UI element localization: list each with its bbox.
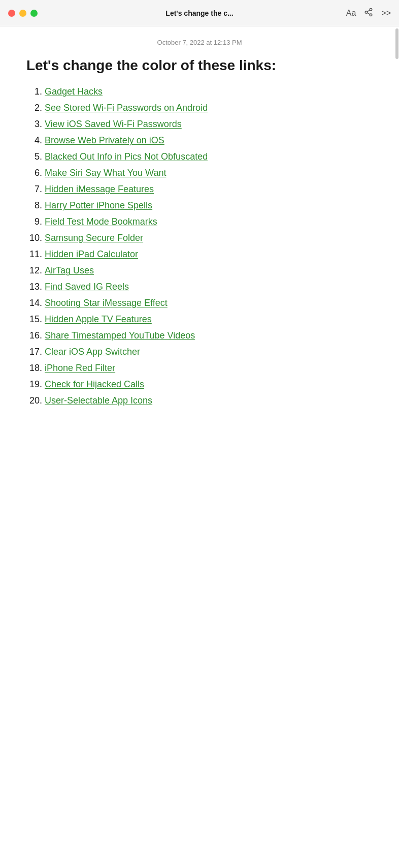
list-item: Shooting Star iMessage Effect bbox=[45, 298, 373, 307]
link-item-7[interactable]: Hidden iMessage Features bbox=[45, 184, 154, 194]
maximize-button[interactable] bbox=[30, 10, 38, 17]
link-item-14[interactable]: Shooting Star iMessage Effect bbox=[45, 298, 168, 308]
link-item-1[interactable]: Gadget Hacks bbox=[45, 86, 103, 97]
list-item: Clear iOS App Switcher bbox=[45, 347, 373, 356]
list-item: See Stored Wi-Fi Passwords on Android bbox=[45, 103, 373, 112]
list-item: Gadget Hacks bbox=[45, 87, 373, 96]
list-item: Browse Web Privately on iOS bbox=[45, 136, 373, 145]
list-item: Blacked Out Info in Pics Not Obfuscated bbox=[45, 152, 373, 161]
link-item-13[interactable]: Find Saved IG Reels bbox=[45, 282, 129, 292]
list-item: Field Test Mode Bookmarks bbox=[45, 217, 373, 226]
link-item-8[interactable]: Harry Potter iPhone Spells bbox=[45, 200, 152, 210]
svg-line-3 bbox=[368, 13, 370, 14]
list-item: View iOS Saved Wi-Fi Passwords bbox=[45, 119, 373, 129]
share-icon[interactable] bbox=[364, 8, 373, 19]
link-item-11[interactable]: Hidden iPad Calculator bbox=[45, 249, 138, 259]
page-title: Let's change the color of these links: bbox=[26, 56, 373, 75]
list-item: User-Selectable App Icons bbox=[45, 396, 373, 405]
link-item-19[interactable]: Check for Hijacked Calls bbox=[45, 379, 144, 389]
link-item-3[interactable]: View iOS Saved Wi-Fi Passwords bbox=[45, 119, 182, 129]
list-item: Hidden iPad Calculator bbox=[45, 250, 373, 259]
list-item: Find Saved IG Reels bbox=[45, 282, 373, 291]
window-title: Let's change the c... bbox=[165, 9, 233, 17]
link-item-4[interactable]: Browse Web Privately on iOS bbox=[45, 135, 164, 145]
list-item: Hidden Apple TV Features bbox=[45, 315, 373, 324]
list-item: Harry Potter iPhone Spells bbox=[45, 201, 373, 210]
close-button[interactable] bbox=[8, 10, 15, 17]
font-icon[interactable]: Aa bbox=[346, 9, 356, 18]
list-item: Share Timestamped YouTube Videos bbox=[45, 331, 373, 340]
list-item: iPhone Red Filter bbox=[45, 363, 373, 373]
link-list: Gadget HacksSee Stored Wi-Fi Passwords o… bbox=[26, 87, 373, 405]
link-item-9[interactable]: Field Test Mode Bookmarks bbox=[45, 216, 157, 227]
link-item-16[interactable]: Share Timestamped YouTube Videos bbox=[45, 330, 195, 340]
list-item: AirTag Uses bbox=[45, 266, 373, 275]
traffic-lights bbox=[8, 10, 38, 17]
title-bar: Let's change the c... Aa >> bbox=[0, 0, 399, 26]
link-item-12[interactable]: AirTag Uses bbox=[45, 265, 94, 275]
link-item-18[interactable]: iPhone Red Filter bbox=[45, 363, 115, 373]
link-item-2[interactable]: See Stored Wi-Fi Passwords on Android bbox=[45, 103, 208, 113]
timestamp: October 7, 2022 at 12:13 PM bbox=[26, 39, 373, 46]
main-content: October 7, 2022 at 12:13 PM Let's change… bbox=[0, 26, 399, 432]
link-item-17[interactable]: Clear iOS App Switcher bbox=[45, 347, 140, 357]
svg-line-4 bbox=[368, 10, 370, 11]
link-item-15[interactable]: Hidden Apple TV Features bbox=[45, 314, 152, 324]
scrollbar-track[interactable] bbox=[395, 26, 399, 868]
list-item: Samsung Secure Folder bbox=[45, 233, 373, 242]
more-icon[interactable]: >> bbox=[381, 9, 391, 18]
link-item-20[interactable]: User-Selectable App Icons bbox=[45, 395, 152, 406]
minimize-button[interactable] bbox=[19, 10, 26, 17]
link-item-10[interactable]: Samsung Secure Folder bbox=[45, 233, 143, 243]
link-item-5[interactable]: Blacked Out Info in Pics Not Obfuscated bbox=[45, 151, 208, 162]
link-item-6[interactable]: Make Siri Say What You Want bbox=[45, 168, 166, 178]
title-icons: Aa >> bbox=[346, 8, 391, 19]
scrollbar-thumb[interactable] bbox=[395, 28, 398, 59]
list-item: Hidden iMessage Features bbox=[45, 184, 373, 194]
list-item: Make Siri Say What You Want bbox=[45, 168, 373, 177]
list-item: Check for Hijacked Calls bbox=[45, 380, 373, 389]
